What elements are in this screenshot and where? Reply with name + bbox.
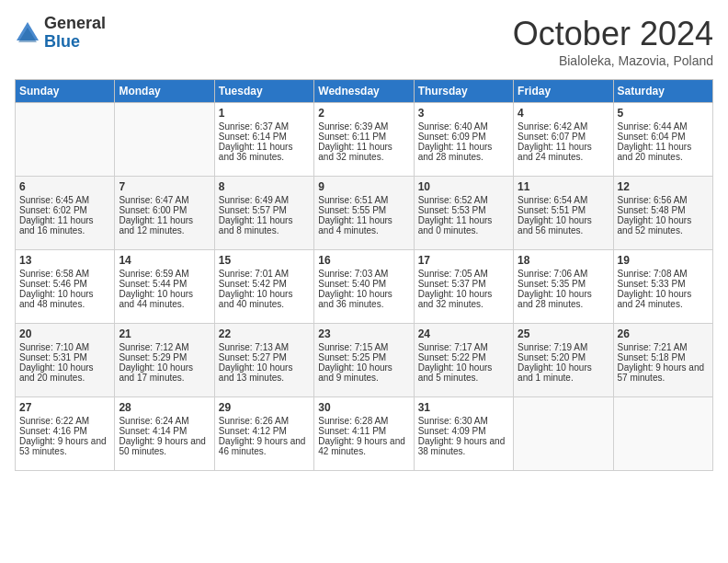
daylight-text: Daylight: 10 hours and 5 minutes. xyxy=(418,362,509,383)
calendar-cell: 26Sunrise: 7:21 AMSunset: 5:18 PMDayligh… xyxy=(613,324,712,397)
sunset-text: Sunset: 5:37 PM xyxy=(418,279,509,289)
sunrise-text: Sunrise: 7:19 AM xyxy=(518,342,609,352)
sunset-text: Sunset: 6:11 PM xyxy=(318,132,409,142)
sunrise-text: Sunrise: 6:28 AM xyxy=(318,416,409,426)
calendar-cell: 2Sunrise: 6:39 AMSunset: 6:11 PMDaylight… xyxy=(314,103,414,177)
sunrise-text: Sunrise: 6:59 AM xyxy=(119,269,210,279)
calendar-cell: 13Sunrise: 6:58 AMSunset: 5:46 PMDayligh… xyxy=(16,250,115,324)
day-number: 15 xyxy=(219,254,310,267)
header-day: Saturday xyxy=(613,80,712,103)
sunrise-text: Sunrise: 6:47 AM xyxy=(119,195,210,205)
daylight-text: Daylight: 11 hours and 32 minutes. xyxy=(318,142,409,162)
calendar-cell: 10Sunrise: 6:52 AMSunset: 5:53 PMDayligh… xyxy=(414,177,513,250)
calendar-cell: 24Sunrise: 7:17 AMSunset: 5:22 PMDayligh… xyxy=(414,324,513,397)
sunset-text: Sunset: 6:09 PM xyxy=(418,132,509,142)
daylight-text: Daylight: 10 hours and 48 minutes. xyxy=(19,289,110,309)
daylight-text: Daylight: 9 hours and 38 minutes. xyxy=(418,436,509,456)
calendar-cell: 28Sunrise: 6:24 AMSunset: 4:14 PMDayligh… xyxy=(115,397,214,471)
calendar-cell: 12Sunrise: 6:56 AMSunset: 5:48 PMDayligh… xyxy=(613,177,712,250)
calendar-cell: 11Sunrise: 6:54 AMSunset: 5:51 PMDayligh… xyxy=(514,177,613,250)
day-number: 4 xyxy=(518,107,609,120)
calendar-cell: 3Sunrise: 6:40 AMSunset: 6:09 PMDaylight… xyxy=(414,103,513,177)
calendar-table: SundayMondayTuesdayWednesdayThursdayFrid… xyxy=(15,79,713,471)
daylight-text: Daylight: 11 hours and 28 minutes. xyxy=(418,142,509,162)
daylight-text: Daylight: 10 hours and 9 minutes. xyxy=(318,362,409,383)
calendar-week-row: 20Sunrise: 7:10 AMSunset: 5:31 PMDayligh… xyxy=(16,324,713,397)
sunrise-text: Sunrise: 6:24 AM xyxy=(119,416,210,426)
daylight-text: Daylight: 11 hours and 16 minutes. xyxy=(19,215,110,236)
sunset-text: Sunset: 5:40 PM xyxy=(318,279,409,289)
day-number: 18 xyxy=(518,254,609,267)
calendar-cell: 23Sunrise: 7:15 AMSunset: 5:25 PMDayligh… xyxy=(314,324,414,397)
sunrise-text: Sunrise: 6:40 AM xyxy=(418,121,509,132)
header-day: Sunday xyxy=(16,80,115,103)
calendar-cell: 29Sunrise: 6:26 AMSunset: 4:12 PMDayligh… xyxy=(214,397,313,471)
header-day: Tuesday xyxy=(214,80,313,103)
daylight-text: Daylight: 10 hours and 13 minutes. xyxy=(219,362,310,383)
header-day: Wednesday xyxy=(314,80,414,103)
day-number: 27 xyxy=(19,401,110,414)
day-number: 26 xyxy=(618,327,709,340)
daylight-text: Daylight: 11 hours and 8 minutes. xyxy=(219,215,310,236)
daylight-text: Daylight: 10 hours and 36 minutes. xyxy=(318,289,409,309)
sunset-text: Sunset: 4:12 PM xyxy=(219,426,310,436)
logo-text: General Blue xyxy=(44,15,106,52)
calendar-cell: 25Sunrise: 7:19 AMSunset: 5:20 PMDayligh… xyxy=(514,324,613,397)
calendar-cell xyxy=(16,103,115,177)
day-number: 28 xyxy=(119,401,210,414)
sunset-text: Sunset: 5:53 PM xyxy=(418,205,509,215)
calendar-cell: 14Sunrise: 6:59 AMSunset: 5:44 PMDayligh… xyxy=(115,250,214,324)
day-number: 19 xyxy=(618,254,709,267)
calendar-cell xyxy=(613,397,712,471)
header: General Blue October 2024 Bialoleka, Maz… xyxy=(15,15,713,68)
sunset-text: Sunset: 5:55 PM xyxy=(318,205,409,215)
calendar-cell: 17Sunrise: 7:05 AMSunset: 5:37 PMDayligh… xyxy=(414,250,513,324)
sunrise-text: Sunrise: 7:17 AM xyxy=(418,342,509,352)
day-number: 12 xyxy=(618,180,709,193)
sunset-text: Sunset: 6:14 PM xyxy=(219,132,310,142)
sunset-text: Sunset: 5:27 PM xyxy=(219,352,310,362)
sunset-text: Sunset: 5:29 PM xyxy=(119,352,210,362)
sunset-text: Sunset: 6:02 PM xyxy=(19,205,110,215)
header-day: Thursday xyxy=(414,80,513,103)
sunset-text: Sunset: 4:11 PM xyxy=(318,426,409,436)
calendar-cell: 20Sunrise: 7:10 AMSunset: 5:31 PMDayligh… xyxy=(16,324,115,397)
sunset-text: Sunset: 4:14 PM xyxy=(119,426,210,436)
sunrise-text: Sunrise: 7:03 AM xyxy=(318,269,409,279)
logo-general: General xyxy=(44,15,106,33)
daylight-text: Daylight: 10 hours and 56 minutes. xyxy=(518,215,609,236)
daylight-text: Daylight: 10 hours and 44 minutes. xyxy=(119,289,210,309)
calendar-cell: 6Sunrise: 6:45 AMSunset: 6:02 PMDaylight… xyxy=(16,177,115,250)
day-number: 31 xyxy=(418,401,509,414)
calendar-week-row: 13Sunrise: 6:58 AMSunset: 5:46 PMDayligh… xyxy=(16,250,713,324)
sunrise-text: Sunrise: 7:21 AM xyxy=(618,342,709,352)
day-number: 30 xyxy=(318,401,409,414)
sunset-text: Sunset: 5:33 PM xyxy=(618,279,709,289)
day-number: 1 xyxy=(219,107,310,120)
daylight-text: Daylight: 10 hours and 40 minutes. xyxy=(219,289,310,309)
daylight-text: Daylight: 10 hours and 32 minutes. xyxy=(418,289,509,309)
calendar-cell: 19Sunrise: 7:08 AMSunset: 5:33 PMDayligh… xyxy=(613,250,712,324)
day-number: 21 xyxy=(119,327,210,340)
daylight-text: Daylight: 11 hours and 4 minutes. xyxy=(318,215,409,236)
sunrise-text: Sunrise: 6:45 AM xyxy=(19,195,110,205)
sunrise-text: Sunrise: 6:58 AM xyxy=(19,269,110,279)
day-number: 14 xyxy=(119,254,210,267)
daylight-text: Daylight: 11 hours and 12 minutes. xyxy=(119,215,210,236)
daylight-text: Daylight: 11 hours and 36 minutes. xyxy=(219,142,310,162)
sunrise-text: Sunrise: 7:06 AM xyxy=(518,269,609,279)
month-title: October 2024 xyxy=(513,15,713,53)
calendar-week-row: 27Sunrise: 6:22 AMSunset: 4:16 PMDayligh… xyxy=(16,397,713,471)
calendar-cell: 1Sunrise: 6:37 AMSunset: 6:14 PMDaylight… xyxy=(214,103,313,177)
daylight-text: Daylight: 10 hours and 52 minutes. xyxy=(618,215,709,236)
calendar-cell: 30Sunrise: 6:28 AMSunset: 4:11 PMDayligh… xyxy=(314,397,414,471)
day-number: 24 xyxy=(418,327,509,340)
sunset-text: Sunset: 4:09 PM xyxy=(418,426,509,436)
calendar-week-row: 1Sunrise: 6:37 AMSunset: 6:14 PMDaylight… xyxy=(16,103,713,177)
day-number: 8 xyxy=(219,180,310,193)
daylight-text: Daylight: 9 hours and 57 minutes. xyxy=(618,362,709,383)
daylight-text: Daylight: 11 hours and 0 minutes. xyxy=(418,215,509,236)
calendar-cell: 22Sunrise: 7:13 AMSunset: 5:27 PMDayligh… xyxy=(214,324,313,397)
day-number: 23 xyxy=(318,327,409,340)
sunrise-text: Sunrise: 6:42 AM xyxy=(518,121,609,132)
